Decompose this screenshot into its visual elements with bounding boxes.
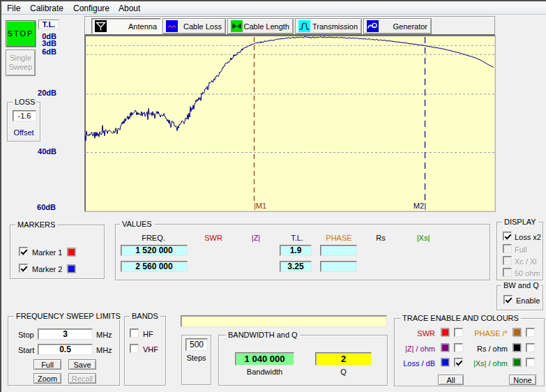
- svg-text:|M1: |M1: [254, 202, 266, 210]
- svg-text:M2|: M2|: [414, 202, 426, 210]
